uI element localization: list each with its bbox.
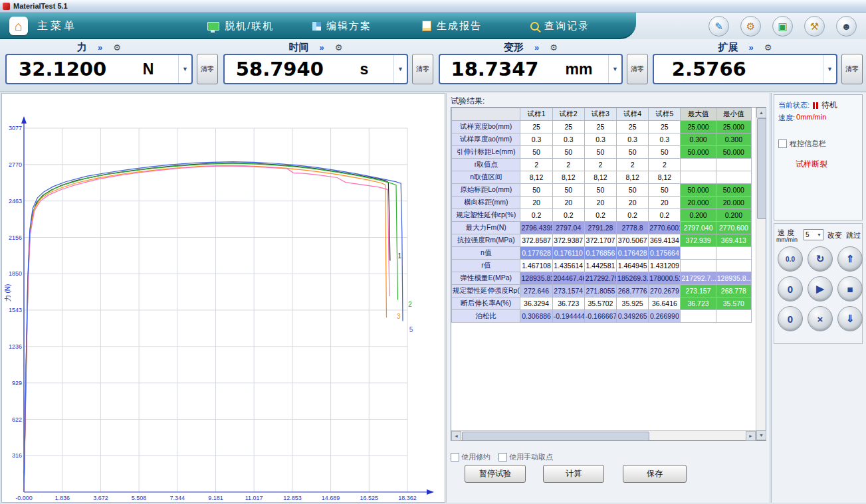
sample-value-cell[interactable]: 273.1574 bbox=[552, 285, 584, 297]
sample-value-cell[interactable]: 0.3 bbox=[649, 133, 681, 146]
sample-value-cell[interactable]: 20 bbox=[584, 197, 616, 209]
sample-value-cell[interactable]: 0.2 bbox=[649, 209, 681, 222]
clear-force-button[interactable]: 清零 bbox=[197, 54, 218, 84]
sample-value-cell[interactable]: 1.435614 bbox=[552, 260, 584, 272]
zero-displacement-button[interactable]: 0.0 bbox=[778, 246, 803, 272]
sample-value-cell[interactable]: 271.8055 bbox=[584, 285, 616, 297]
jog-down-button[interactable]: ⇓ bbox=[837, 306, 863, 331]
sample-value-cell[interactable]: 268.7776 bbox=[617, 285, 649, 297]
machine-status-icon[interactable]: ▣ bbox=[772, 16, 793, 37]
sample-value-cell[interactable]: 0.2 bbox=[552, 209, 584, 222]
change-speed-button[interactable]: 改变 bbox=[827, 230, 842, 240]
unit-dropdown-icon[interactable]: ▼ bbox=[823, 55, 836, 83]
sample-value-cell[interactable]: 25 bbox=[584, 121, 616, 133]
scroll-right-icon[interactable]: ► bbox=[746, 431, 756, 441]
sample-value-cell[interactable]: 0.175664 bbox=[649, 247, 681, 260]
chevrons-icon[interactable]: » bbox=[534, 42, 539, 52]
nav-item-generate-report[interactable]: 生成报告 bbox=[422, 13, 482, 39]
sample-value-cell[interactable]: 50 bbox=[649, 184, 681, 197]
jog-up-button[interactable]: ⇑ bbox=[837, 246, 863, 272]
sample-value-cell[interactable]: 2770.6001 bbox=[649, 222, 681, 234]
edit-tool-icon[interactable]: ✎ bbox=[708, 16, 729, 37]
tools-icon[interactable]: ⚒ bbox=[804, 16, 825, 37]
sample-value-cell[interactable]: 178000.51... bbox=[649, 272, 681, 285]
unit-dropdown-icon[interactable]: ▼ bbox=[608, 55, 621, 83]
sample-value-cell[interactable]: 372.9387 bbox=[552, 234, 584, 247]
sample-value-cell[interactable]: 20 bbox=[552, 197, 584, 209]
sample-value-cell[interactable]: 2 bbox=[520, 159, 552, 171]
clear-time-button[interactable]: 清零 bbox=[412, 54, 433, 84]
sample-value-cell[interactable]: 372.1707 bbox=[584, 234, 616, 247]
scroll-left-icon[interactable]: ◄ bbox=[451, 431, 461, 441]
clear-deformation-button[interactable]: 清零 bbox=[627, 54, 648, 84]
sample-value-cell[interactable]: 25 bbox=[520, 121, 552, 133]
vertical-scrollbar[interactable]: ▲ ▼ bbox=[756, 108, 766, 440]
gear-icon[interactable]: ⚙ bbox=[335, 42, 343, 52]
calculate-button[interactable]: 计算 bbox=[543, 465, 604, 483]
sample-value-cell[interactable]: 0.306886 bbox=[520, 310, 552, 323]
sample-value-cell[interactable]: 0.2 bbox=[584, 209, 616, 222]
zero-extension-button[interactable]: 0 bbox=[778, 306, 803, 331]
sample-value-cell[interactable]: 2797.04 bbox=[552, 222, 584, 234]
sample-value-cell[interactable]: 50 bbox=[617, 146, 649, 159]
sample-value-cell[interactable]: 0.3 bbox=[552, 133, 584, 146]
sample-value-cell[interactable]: 372.8587 bbox=[520, 234, 552, 247]
sample-value-cell[interactable]: 0.176110 bbox=[552, 247, 584, 260]
sample-value-cell[interactable]: 128935.81... bbox=[520, 272, 552, 285]
sample-value-cell[interactable]: 369.4134 bbox=[649, 234, 681, 247]
emergency-stop-button[interactable]: × bbox=[808, 306, 833, 331]
gear-icon[interactable]: ⚙ bbox=[113, 42, 121, 52]
sample-value-cell[interactable]: 185269.3... bbox=[617, 272, 649, 285]
user-icon[interactable]: ☻ bbox=[836, 16, 857, 37]
sample-value-cell[interactable]: 0.2 bbox=[617, 209, 649, 222]
chevrons-icon[interactable]: » bbox=[749, 42, 754, 52]
sample-value-cell[interactable]: 1.464945 bbox=[617, 260, 649, 272]
clear-extension-button[interactable]: 清零 bbox=[841, 54, 863, 84]
sample-value-cell[interactable]: 272.646 bbox=[520, 285, 552, 297]
sample-value-cell[interactable]: 1.431209 bbox=[649, 260, 681, 272]
pause-test-button[interactable]: 暂停试验 bbox=[465, 465, 526, 483]
sample-value-cell[interactable]: 36.3294 bbox=[520, 297, 552, 310]
sample-value-cell[interactable]: 0.349265 bbox=[617, 310, 649, 323]
sample-value-cell[interactable]: 50 bbox=[552, 146, 584, 159]
sample-value-cell[interactable]: 36.6416 bbox=[649, 297, 681, 310]
sample-value-cell[interactable]: -0.166667 bbox=[584, 310, 616, 323]
run-button[interactable]: ▶ bbox=[808, 276, 833, 301]
chevrons-icon[interactable]: » bbox=[320, 42, 324, 52]
sample-value-cell[interactable]: -0.194444 bbox=[552, 310, 584, 323]
sample-value-cell[interactable]: 0.176856 bbox=[584, 247, 616, 260]
main-menu-label[interactable]: 主菜单 bbox=[37, 13, 77, 39]
home-button[interactable]: ⌂ bbox=[9, 17, 28, 35]
sample-value-cell[interactable]: 25 bbox=[617, 121, 649, 133]
sample-value-cell[interactable]: 25 bbox=[649, 121, 681, 133]
sample-value-cell[interactable]: 1.467108 bbox=[520, 260, 552, 272]
sample-value-cell[interactable]: 204467.46... bbox=[552, 272, 584, 285]
nav-item-offline-online[interactable]: 脱机/联机 bbox=[207, 13, 274, 39]
sample-value-cell[interactable]: 8,12 bbox=[584, 171, 616, 184]
sample-value-cell[interactable]: 0.176428 bbox=[617, 247, 649, 260]
sample-value-cell[interactable]: 50 bbox=[552, 184, 584, 197]
sample-value-cell[interactable]: 20 bbox=[520, 197, 552, 209]
sample-value-cell[interactable]: 8,12 bbox=[649, 171, 681, 184]
sample-value-cell[interactable]: 20 bbox=[649, 197, 681, 209]
sample-value-cell[interactable]: 50 bbox=[649, 146, 681, 159]
sample-value-cell[interactable]: 50 bbox=[617, 184, 649, 197]
sample-value-cell[interactable]: 0.3 bbox=[520, 133, 552, 146]
sample-value-cell[interactable]: 2778.8 bbox=[617, 222, 649, 234]
unit-dropdown-icon[interactable]: ▼ bbox=[393, 55, 407, 83]
sample-value-cell[interactable]: 370.5067 bbox=[617, 234, 649, 247]
sample-value-cell[interactable]: 35.5702 bbox=[584, 297, 616, 310]
settings-gears-icon[interactable]: ⚙ bbox=[740, 16, 761, 37]
sample-value-cell[interactable]: 2 bbox=[617, 159, 649, 171]
sample-value-cell[interactable]: 50 bbox=[520, 146, 552, 159]
sample-value-cell[interactable]: 8,12 bbox=[520, 171, 552, 184]
sample-value-cell[interactable]: 0.2 bbox=[520, 209, 552, 222]
nav-item-query-records[interactable]: 查询记录 bbox=[530, 13, 590, 39]
scroll-up-icon[interactable]: ▲ bbox=[756, 108, 766, 118]
sample-value-cell[interactable]: 2 bbox=[584, 159, 616, 171]
chevrons-icon[interactable]: » bbox=[98, 42, 102, 52]
sample-value-cell[interactable]: 0.177628 bbox=[520, 247, 552, 260]
vertical-scroll-thumb[interactable] bbox=[757, 118, 766, 219]
speed-select[interactable]: 5 ▼ bbox=[804, 229, 823, 240]
sample-value-cell[interactable]: 20 bbox=[617, 197, 649, 209]
